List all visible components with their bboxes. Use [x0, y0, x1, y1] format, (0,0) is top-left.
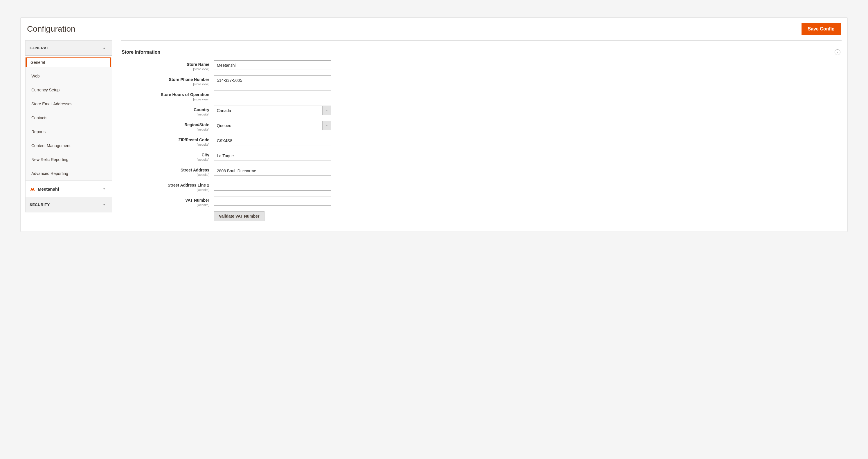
label-vat: VAT Number: [185, 198, 209, 202]
sidebar-group-label: SECURITY: [30, 202, 50, 207]
sidebar-item-web[interactable]: Web: [26, 69, 112, 83]
label-phone: Store Phone Number: [169, 77, 209, 82]
scope-hint: [store view]: [121, 67, 209, 71]
dropdown-caret-icon[interactable]: [322, 106, 331, 115]
label-street1: Street Address: [181, 168, 209, 172]
scope-hint: [website]: [121, 128, 209, 131]
input-vat[interactable]: [214, 196, 331, 206]
chevron-down-icon: [102, 187, 106, 191]
sidebar-item-general[interactable]: General: [26, 58, 111, 67]
page-title: Configuration: [27, 24, 75, 34]
section-title: Store Information: [122, 50, 160, 55]
input-street1[interactable]: [214, 166, 331, 175]
label-store-name: Store Name: [187, 62, 209, 67]
scope-hint: [store view]: [121, 83, 209, 86]
section-collapse-toggle[interactable]: [835, 49, 840, 55]
label-city: City: [202, 153, 209, 157]
meetanshi-logo-icon: [30, 186, 35, 192]
config-sidebar: GENERAL General Web Currency Setup Store…: [21, 40, 112, 232]
scope-hint: [website]: [121, 112, 209, 116]
sidebar-group-meetanshi[interactable]: Meetanshi: [25, 181, 112, 197]
chevron-up-icon: [102, 46, 106, 50]
sidebar-item-reports[interactable]: Reports: [26, 125, 112, 139]
sidebar-item-contacts[interactable]: Contacts: [26, 111, 112, 125]
scope-hint: [website]: [121, 158, 209, 161]
sidebar-item-currency-setup[interactable]: Currency Setup: [26, 83, 112, 97]
sidebar-group-label: GENERAL: [30, 46, 49, 50]
select-country[interactable]: [214, 106, 322, 115]
input-city[interactable]: [214, 151, 331, 160]
dropdown-caret-icon[interactable]: [322, 121, 331, 130]
input-street2[interactable]: [214, 181, 331, 191]
sidebar-item-store-email[interactable]: Store Email Addresses: [26, 97, 112, 111]
label-street2: Street Address Line 2: [168, 183, 209, 188]
label-country: Country: [194, 107, 209, 112]
chevron-up-icon: [836, 51, 839, 54]
sidebar-item-content-mgmt[interactable]: Content Management: [26, 139, 112, 153]
sidebar-item-new-relic[interactable]: New Relic Reporting: [26, 153, 112, 167]
scope-hint: [website]: [121, 188, 209, 192]
label-hours: Store Hours of Operation: [161, 92, 209, 97]
label-region: Region/State: [184, 123, 209, 127]
scope-hint: [website]: [121, 203, 209, 206]
select-region[interactable]: [214, 121, 322, 130]
sidebar-item-advanced-reporting[interactable]: Advanced Reporting: [26, 167, 112, 181]
input-store-name[interactable]: [214, 60, 331, 70]
sidebar-group-label: Meetanshi: [38, 187, 59, 192]
save-config-button[interactable]: Save Config: [802, 23, 841, 35]
input-phone[interactable]: [214, 75, 331, 85]
chevron-down-icon: [102, 203, 106, 207]
config-content: Store Information Store Name [store view…: [112, 40, 847, 232]
input-zip[interactable]: [214, 136, 331, 145]
scope-hint: [store view]: [121, 97, 209, 101]
validate-vat-button[interactable]: Validate VAT Number: [214, 211, 265, 221]
sidebar-group-general[interactable]: GENERAL: [25, 40, 112, 56]
scope-hint: [website]: [121, 143, 209, 146]
input-hours[interactable]: [214, 91, 331, 100]
label-zip: ZIP/Postal Code: [178, 137, 209, 142]
sidebar-group-security[interactable]: SECURITY: [25, 197, 112, 212]
scope-hint: [website]: [121, 173, 209, 176]
